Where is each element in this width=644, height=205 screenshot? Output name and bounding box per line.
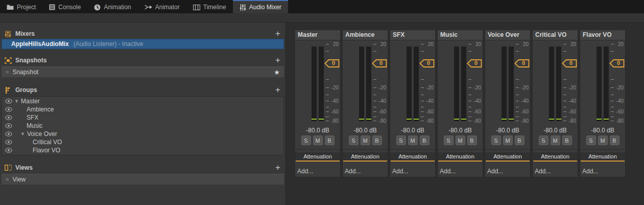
mute-button[interactable]: M	[503, 135, 513, 145]
mute-button[interactable]: M	[456, 135, 465, 145]
mute-button[interactable]: M	[313, 135, 323, 145]
volume-fader-handle[interactable]: 0	[467, 59, 482, 67]
volume-fader-handle[interactable]: 0	[419, 59, 435, 67]
add-effect-button[interactable]: Add...	[485, 168, 530, 177]
scale-tick-label: -80	[569, 118, 576, 124]
scale-tick-label: -20	[569, 85, 576, 90]
strip-title[interactable]: Flavor VO	[580, 30, 625, 40]
tab-timeline[interactable]: Timeline	[186, 0, 233, 13]
smb-button-row: SMB	[295, 135, 340, 145]
views-section-header: Views +	[0, 163, 285, 173]
effect-slot[interactable]: Attenuation	[343, 152, 388, 162]
group-row-critical-vo[interactable]: Critical VO	[2, 138, 283, 146]
mixer-strip: Master 0 20-20-40-60-80 -80.0 dB SMB Att…	[295, 30, 341, 177]
effect-slot[interactable]: Attenuation	[295, 152, 340, 162]
tab-animation[interactable]: Animation	[87, 0, 137, 13]
scale-tick	[563, 44, 566, 44]
solo-button[interactable]: S	[349, 135, 359, 145]
add-effect-button[interactable]: Add...	[580, 168, 625, 177]
solo-button[interactable]: S	[491, 135, 501, 145]
effect-slot[interactable]: Attenuation	[485, 152, 530, 162]
scale-tick-label: -80	[379, 118, 386, 124]
foldout-triangle[interactable]: ▼	[20, 130, 27, 138]
scale-tick	[611, 111, 614, 112]
view-list-item[interactable]: = View	[2, 174, 284, 185]
bypass-button[interactable]: B	[325, 135, 335, 145]
solo-button[interactable]: S	[539, 135, 548, 145]
strip-title[interactable]: SFX	[390, 30, 435, 40]
effect-slot[interactable]: Attenuation	[390, 152, 435, 162]
group-row-flavor-vo[interactable]: Flavor VO	[2, 146, 283, 154]
groups-tree: ▼ Master Ambience SFX Music ▼ Voi	[2, 96, 284, 155]
eye-icon[interactable]	[5, 99, 13, 104]
eye-icon[interactable]	[5, 107, 13, 112]
add-snapshot-button[interactable]: +	[274, 56, 281, 65]
effect-slot[interactable]: Attenuation	[580, 152, 625, 162]
add-effect-button[interactable]: Add...	[390, 168, 435, 177]
strip-title[interactable]: Voice Over	[485, 30, 530, 40]
snapshot-list-item[interactable]: = Snapshot ★	[2, 66, 284, 77]
bypass-button[interactable]: B	[515, 135, 524, 145]
effect-slot[interactable]: Attenuation	[438, 152, 483, 162]
mute-button[interactable]: M	[598, 135, 608, 145]
scale-tick	[326, 51, 329, 52]
eye-icon[interactable]	[5, 131, 13, 136]
solo-button[interactable]: S	[444, 135, 454, 145]
tab-animator[interactable]: Animator	[138, 0, 186, 13]
add-effect-button[interactable]: Add...	[533, 168, 578, 177]
tab-console[interactable]: Console	[42, 0, 87, 13]
drag-handle-icon[interactable]: =	[6, 176, 8, 183]
bypass-button[interactable]: B	[610, 135, 619, 145]
add-group-button[interactable]: +	[274, 85, 281, 95]
foldout-triangle[interactable]: ▼	[14, 97, 21, 105]
solo-button[interactable]: S	[396, 135, 406, 145]
scale-tick	[326, 121, 329, 121]
group-row-music[interactable]: Music	[2, 122, 283, 130]
volume-fader-handle[interactable]: 0	[372, 59, 387, 67]
mute-button[interactable]: M	[408, 135, 418, 145]
mixer-status: (Audio Listener) - Inactive	[74, 40, 144, 48]
meter-level-left	[454, 119, 459, 120]
volume-meter: 0 20-20-40-60-80	[438, 40, 483, 123]
group-label: Critical VO	[33, 139, 62, 146]
mixers-icon	[4, 31, 12, 37]
bypass-button[interactable]: B	[467, 135, 477, 145]
effect-slot[interactable]: Attenuation	[533, 152, 578, 162]
volume-fader-handle[interactable]: 0	[324, 59, 340, 67]
add-effect-button[interactable]: Add...	[295, 168, 340, 177]
eye-icon[interactable]	[5, 115, 13, 120]
fader-value: 0	[613, 60, 624, 66]
star-icon[interactable]: ★	[274, 69, 280, 76]
eye-icon[interactable]	[5, 148, 13, 153]
group-row-sfx[interactable]: SFX	[2, 113, 283, 122]
volume-fader-handle[interactable]: 0	[562, 59, 577, 67]
tab-audio-mixer[interactable]: Audio Mixer	[233, 0, 288, 13]
add-effect-button[interactable]: Add...	[343, 168, 388, 177]
bypass-button[interactable]: B	[420, 135, 430, 145]
bypass-button[interactable]: B	[562, 135, 572, 145]
strip-title[interactable]: Critical VO	[533, 30, 578, 40]
add-mixer-button[interactable]: +	[274, 29, 281, 38]
eye-icon[interactable]	[5, 123, 13, 128]
drag-handle-icon[interactable]: =	[6, 69, 8, 75]
mute-button[interactable]: M	[551, 135, 560, 145]
tab-project[interactable]: Project	[0, 0, 42, 13]
strip-title[interactable]: Music	[438, 30, 483, 40]
volume-fader-handle[interactable]: 0	[514, 59, 530, 67]
group-row-ambience[interactable]: Ambience	[2, 105, 283, 113]
clock-icon	[94, 4, 101, 11]
solo-button[interactable]: S	[301, 135, 311, 145]
eye-icon[interactable]	[5, 140, 13, 145]
bypass-button[interactable]: B	[372, 135, 382, 145]
strip-title[interactable]: Master	[295, 30, 340, 40]
add-effect-button[interactable]: Add...	[438, 168, 483, 177]
group-row-master[interactable]: ▼ Master	[2, 97, 283, 105]
volume-fader-handle[interactable]: 0	[609, 59, 625, 67]
group-row-voice-over[interactable]: ▼ Voice Over	[2, 130, 283, 138]
add-view-button[interactable]: +	[274, 163, 281, 172]
strip-title[interactable]: Ambience	[343, 30, 388, 40]
solo-button[interactable]: S	[586, 135, 596, 145]
scale-tick	[468, 121, 471, 121]
mixer-list-item-selected[interactable]: AppleHillsAudioMix (Audio Listener) - In…	[2, 39, 284, 49]
mute-button[interactable]: M	[361, 135, 370, 145]
